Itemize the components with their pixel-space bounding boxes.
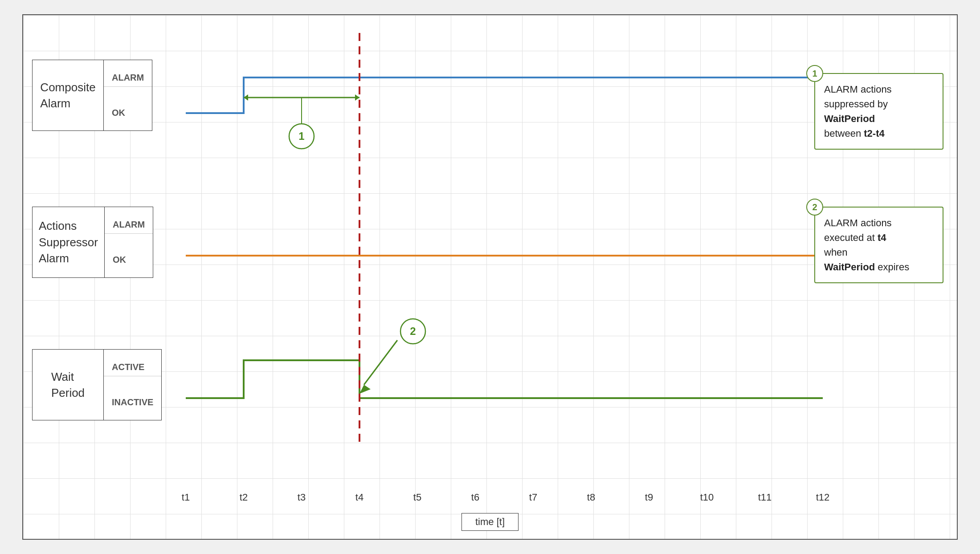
time-label-t10: t10	[678, 492, 736, 503]
time-label-t7: t7	[504, 492, 562, 503]
time-label-t2: t2	[215, 492, 273, 503]
time-axis-title: time [t]	[461, 513, 519, 531]
wait-period-state-inactive: INACTIVE	[104, 394, 161, 411]
wait-period-box: WaitPeriod ACTIVE INACTIVE	[32, 349, 162, 420]
chart-svg: 1 2	[157, 15, 861, 505]
annotation1-arrowhead-right	[355, 94, 359, 101]
diagram-container: CompositeAlarm ALARM OK ActionsSuppresso…	[22, 14, 958, 540]
time-labels-row: t1 t2 t3 t4 t5 t6 t7 t8 t9 t10 t11 t12	[157, 492, 861, 503]
actions-suppressor-states: ALARM OK	[105, 207, 153, 277]
time-label-t8: t8	[562, 492, 620, 503]
actions-suppressor-box: ActionsSuppressorAlarm ALARM OK	[32, 207, 153, 278]
annotation-box-2: 2 ALARM actionsexecuted at t4whenWaitPer…	[814, 207, 943, 283]
time-label-t9: t9	[620, 492, 678, 503]
annotation1-circle-label: 1	[298, 130, 304, 142]
composite-alarm-title: CompositeAlarm	[33, 60, 104, 130]
time-label-t1: t1	[157, 492, 215, 503]
composite-alarm-state-alarm: ALARM	[104, 69, 152, 87]
annotation-2-number: 2	[806, 199, 823, 216]
annotation-1-number: 1	[806, 65, 823, 82]
composite-alarm-box: CompositeAlarm ALARM OK	[32, 60, 152, 131]
wait-period-state-active: ACTIVE	[104, 358, 161, 376]
annotation2-circle-label: 2	[410, 325, 416, 337]
time-label-t5: t5	[388, 492, 446, 503]
annotation-box-1: 1 ALARM actionssuppressed byWaitPeriodbe…	[814, 73, 943, 150]
annotation2-arrowhead	[359, 385, 371, 394]
composite-alarm-line	[186, 77, 823, 113]
time-label-t11: t11	[736, 492, 794, 503]
composite-alarm-states: ALARM OK	[104, 60, 152, 130]
time-label-t3: t3	[273, 492, 331, 503]
annotation-2-text: ALARM actionsexecuted at t4whenWaitPerio…	[824, 217, 909, 273]
wait-period-line	[186, 360, 823, 398]
actions-suppressor-title: ActionsSuppressorAlarm	[33, 207, 105, 277]
actions-suppressor-state-alarm: ALARM	[105, 216, 153, 234]
time-label-t12: t12	[794, 492, 852, 503]
wait-period-states: ACTIVE INACTIVE	[104, 350, 161, 420]
time-label-t6: t6	[446, 492, 504, 503]
annotation2-arrow-line	[364, 340, 397, 385]
composite-alarm-state-ok: OK	[104, 104, 152, 122]
time-label-t4: t4	[331, 492, 388, 503]
actions-suppressor-state-ok: OK	[105, 251, 153, 269]
annotation-1-text: ALARM actionssuppressed byWaitPeriodbetw…	[824, 84, 892, 139]
wait-period-title: WaitPeriod	[33, 350, 104, 420]
